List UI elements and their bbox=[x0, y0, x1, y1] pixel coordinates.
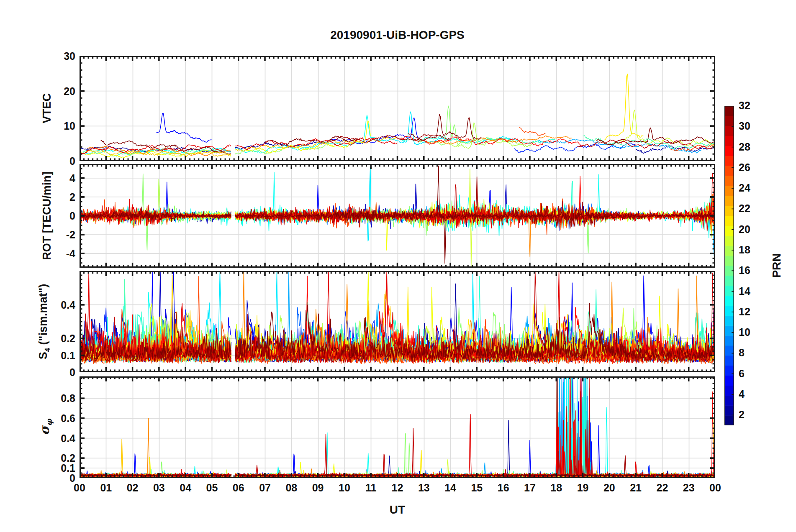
colorbar-tick-label: 4 bbox=[739, 388, 764, 400]
ylabel-vtec-text: VTEC bbox=[41, 93, 53, 123]
colorbar-tick-label: 14 bbox=[739, 285, 764, 297]
x-tick-label: 15 bbox=[463, 482, 490, 494]
figure: 20190901-UiB-HOP-GPS VTEC ROT [TECU/min]… bbox=[0, 0, 796, 532]
colorbar-tick-label: 6 bbox=[739, 368, 764, 379]
y-tick-label-sigma_phi: 0.1 bbox=[33, 462, 75, 474]
y-tick-label-vtec: 0 bbox=[33, 155, 75, 167]
colorbar-tick-label: 30 bbox=[739, 120, 764, 132]
x-tick-label: 14 bbox=[437, 482, 464, 494]
x-tick-label: 02 bbox=[119, 482, 146, 494]
y-tick-label-sigma_phi: 0.8 bbox=[33, 392, 75, 404]
x-tick-label: 10 bbox=[331, 482, 358, 494]
y-tick-label-rot: 4 bbox=[33, 172, 75, 184]
colorbar-tick-label: 26 bbox=[739, 161, 764, 173]
x-tick-label: 04 bbox=[172, 482, 199, 494]
y-tick-label-rot: -2 bbox=[33, 229, 75, 240]
x-tick-label: 09 bbox=[305, 482, 331, 494]
y-tick-label-sigma_phi: 0.2 bbox=[33, 452, 75, 464]
y-tick-label-s4: 0.1 bbox=[33, 350, 75, 361]
ylabel-s4: S4 ("ism.mat") bbox=[37, 284, 51, 359]
x-tick-label: 06 bbox=[225, 482, 252, 494]
y-tick-label-vtec: 10 bbox=[33, 120, 75, 132]
x-tick-label: 07 bbox=[252, 482, 278, 494]
x-tick-label: 16 bbox=[490, 482, 517, 494]
y-tick-label-rot: -4 bbox=[33, 248, 75, 259]
x-axis-label: UT bbox=[80, 503, 715, 517]
colorbar-tick-label: 8 bbox=[739, 347, 764, 358]
y-tick-label-rot: 0 bbox=[33, 210, 75, 222]
vtec-panel-canvas bbox=[80, 56, 715, 161]
colorbar-tick-label: 22 bbox=[739, 202, 764, 214]
x-tick-label: 00 bbox=[702, 482, 729, 494]
x-tick-label: 17 bbox=[516, 482, 543, 494]
x-tick-label: 18 bbox=[543, 482, 570, 494]
colorbar-tick-label: 32 bbox=[739, 100, 764, 111]
x-tick-label: 05 bbox=[198, 482, 225, 494]
y-tick-label-sigma_phi: 0.4 bbox=[33, 432, 75, 444]
y-tick-label-s4: 0.2 bbox=[33, 332, 75, 344]
colorbar-tick-label: 18 bbox=[739, 244, 764, 256]
x-tick-label: 13 bbox=[411, 482, 437, 494]
y-tick-label-vtec: 20 bbox=[33, 85, 75, 97]
x-tick-label: 03 bbox=[146, 482, 172, 494]
x-tick-label: 00 bbox=[66, 482, 93, 494]
colorbar-tick-label: 2 bbox=[739, 409, 764, 420]
rot-panel-canvas bbox=[80, 164, 715, 268]
colorbar-label: PRN bbox=[770, 253, 783, 278]
x-tick-label: 22 bbox=[649, 482, 675, 494]
colorbar-tick-label: 24 bbox=[739, 182, 764, 194]
x-tick-label: 21 bbox=[622, 482, 649, 494]
y-tick-label-sigma_phi: 0.6 bbox=[33, 412, 75, 424]
colorbar-tick-label: 28 bbox=[739, 141, 764, 153]
colorbar-tick-label: 10 bbox=[739, 326, 764, 338]
y-tick-label-s4: 0 bbox=[33, 366, 75, 378]
y-tick-label-s4: 0.4 bbox=[33, 299, 75, 311]
ylabel-vtec: VTEC bbox=[41, 93, 54, 123]
y-tick-label-vtec: 30 bbox=[33, 50, 75, 62]
colorbar-tick-label: 16 bbox=[739, 264, 764, 276]
x-tick-label: 19 bbox=[570, 482, 596, 494]
sigma-phi-panel-canvas bbox=[80, 376, 715, 478]
x-tick-label: 12 bbox=[384, 482, 411, 494]
x-tick-label: 01 bbox=[92, 482, 119, 494]
prn-colorbar bbox=[724, 106, 734, 425]
colorbar-tick-label: 20 bbox=[739, 223, 764, 235]
x-tick-label: 23 bbox=[675, 482, 702, 494]
x-tick-label: 11 bbox=[357, 482, 384, 494]
chart-title: 20190901-UiB-HOP-GPS bbox=[80, 28, 715, 42]
y-tick-label-rot: 2 bbox=[33, 191, 75, 203]
s4-panel-canvas bbox=[80, 271, 715, 372]
x-tick-label: 08 bbox=[278, 482, 305, 494]
colorbar-tick-label: 12 bbox=[739, 306, 764, 317]
x-tick-label: 20 bbox=[596, 482, 623, 494]
